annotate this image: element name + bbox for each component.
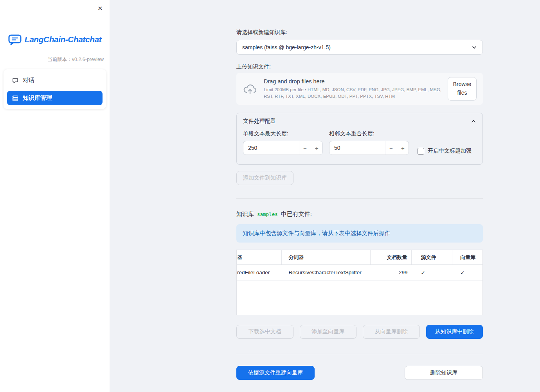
table-header-source-file[interactable]: 源文件 [412,250,453,264]
app-logo: LangChain-Chatchat [0,34,110,45]
delete-kb-button[interactable]: 删除知识库 [405,366,483,380]
table-row[interactable]: redFileLoader RecursiveCharacterTextSpli… [237,265,482,281]
dropzone-title: Drag and drop files here [264,78,441,85]
table-header-splitter[interactable]: 分词器 [282,250,371,264]
chunk-size-decrement-button[interactable]: − [299,141,311,155]
zh-title-enhance-group: 开启中文标题加强 [418,144,472,158]
sidebar: × LangChain-Chatchat 当前版本：v0.2.6-preview… [0,0,110,392]
browse-files-button[interactable]: Browse files [448,77,477,100]
cell-source-file-check[interactable]: ✓ [412,265,453,280]
dropzone-instructions: Drag and drop files here Limit 200MB per… [264,78,441,99]
sidebar-item-label: 对话 [23,77,34,84]
delete-from-kb-button[interactable]: 从知识库中删除 [426,325,483,339]
chunk-size-increment-button[interactable]: + [311,141,322,155]
main-area: 请选择或新建知识库: samples (faiss @ bge-large-zh… [110,0,540,392]
kb-bottom-buttons: 依据源文件重建向量库 删除知识库 [236,366,483,380]
version-label: 当前版本：v0.2.6-preview [0,56,110,63]
kb-select[interactable]: samples (faiss @ bge-large-zh-v1.5) [236,40,483,55]
download-selected-button[interactable]: 下载选中文档 [236,325,293,339]
table-header-row: 器 分词器 文档数量 源文件 向量库 [237,250,482,265]
sidebar-item-knowledge-base[interactable]: 知识库管理 [7,91,103,105]
file-dropzone[interactable]: Drag and drop files here Limit 200MB per… [236,73,483,105]
kb-files-heading: 知识库 samples 中已有文件: [236,210,483,218]
divider [236,354,483,354]
divider [236,198,483,199]
overlap-size-label: 相邻文本重合长度: [329,130,409,137]
stack-icon [12,95,18,101]
close-sidebar-icon[interactable]: × [95,2,105,14]
table-action-buttons: 下载选中文档 添加至向量库 从向量库删除 从知识库中删除 [236,325,483,339]
info-banner: 知识库中包含源文件与向量库，请从下表中选择文件后操作 [236,224,483,243]
chunk-size-label: 单段文本最大长度: [243,130,323,137]
cell-loader[interactable]: redFileLoader [237,265,282,280]
sidebar-menu: 对话 知识库管理 [4,69,106,109]
app-title: LangChain-Chatchat [25,35,101,44]
overlap-size-increment-button[interactable]: + [397,141,409,155]
file-config-expander: 文件处理配置 单段文本最大长度: 250 − + 相邻文 [236,113,483,165]
delete-from-vector-store-button[interactable]: 从向量库删除 [363,325,420,339]
zh-title-enhance-label: 开启中文标题加强 [428,147,472,155]
chunk-size-input: 250 − + [243,141,323,155]
table-header-vector-store[interactable]: 向量库 [452,250,482,264]
sidebar-item-label: 知识库管理 [23,94,52,102]
cell-vector-store-check[interactable]: ✓ [452,265,482,280]
kb-select-label: 请选择或新建知识库: [236,29,483,36]
add-to-vector-store-button[interactable]: 添加至向量库 [300,325,357,339]
upload-label: 上传知识文件: [236,63,483,70]
kb-files-prefix: 知识库 [236,210,254,218]
dropzone-limit-text: Limit 200MB per file • HTML, MD, JSON, C… [264,86,441,99]
sidebar-item-dialogue[interactable]: 对话 [7,73,103,88]
zh-title-enhance-checkbox[interactable] [418,148,424,155]
chevron-up-icon [471,119,476,124]
chevron-down-icon [472,45,477,50]
table-header-docs-count[interactable]: 文档数量 [371,250,412,264]
cloud-upload-icon [243,83,257,95]
chunk-size-value[interactable]: 250 [243,141,299,155]
kb-name-code: samples [257,211,278,217]
chat-logo-icon [8,34,22,45]
overlap-size-input: 50 − + [329,141,409,155]
file-config-title: 文件处理配置 [243,118,276,125]
cell-splitter[interactable]: RecursiveCharacterTextSplitter [282,265,371,280]
kb-select-value: samples (faiss @ bge-large-zh-v1.5) [242,44,331,50]
kb-files-table[interactable]: 器 分词器 文档数量 源文件 向量库 redFileLoader Recursi… [236,250,483,315]
chat-bubble-icon [12,77,18,84]
rebuild-vector-store-button[interactable]: 依据源文件重建向量库 [236,366,315,380]
table-header-loader[interactable]: 器 [237,250,282,264]
kb-files-suffix: 中已有文件: [281,210,312,218]
cell-docs-count[interactable]: 299 [371,265,412,280]
file-config-expander-header[interactable]: 文件处理配置 [237,113,482,129]
overlap-size-decrement-button[interactable]: − [385,141,397,155]
overlap-size-value[interactable]: 50 [329,141,385,155]
add-files-to-kb-button[interactable]: 添加文件到知识库 [236,171,293,185]
